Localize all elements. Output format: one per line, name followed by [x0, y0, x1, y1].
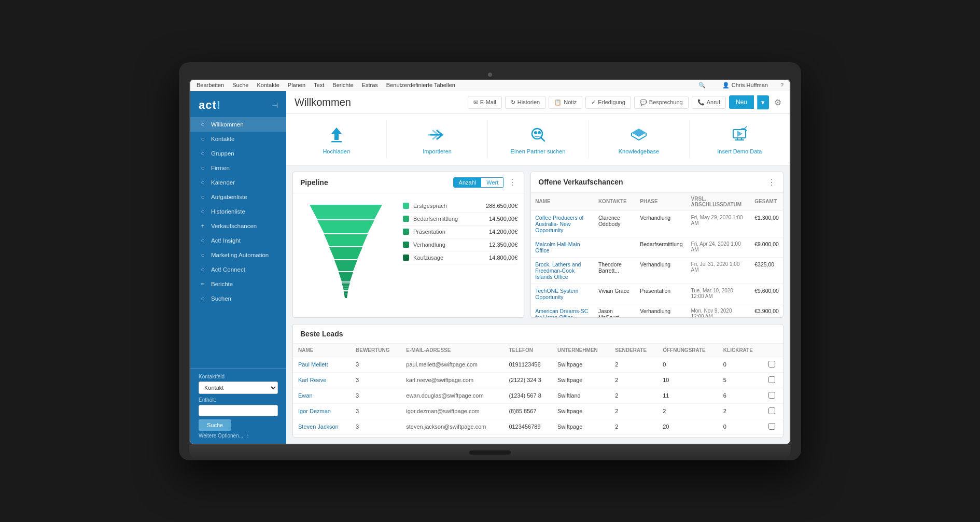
new-button[interactable]: Neu	[729, 95, 754, 109]
leads-cell-click: 5	[718, 372, 764, 388]
sidebar-item-firmen[interactable]: ○ Firmen	[190, 161, 286, 175]
opp-col-total: GESAMT	[750, 193, 783, 211]
help-icon[interactable]: ?	[780, 82, 783, 88]
menu-planen[interactable]: Planen	[288, 82, 305, 88]
leads-cell-checkbox[interactable]	[763, 372, 783, 388]
leads-cell-rating: 3	[351, 403, 401, 419]
sidebar-item-kalender[interactable]: ○ Kalender	[190, 175, 286, 190]
sidebar-item-aufgabenliste[interactable]: ○ Aufgabenliste	[190, 190, 286, 204]
new-dropdown-button[interactable]: ▾	[757, 95, 769, 109]
menu-benutzerdefinierte[interactable]: Benutzerdefinierte Tabellen	[386, 82, 455, 88]
sidebar-item-suchen[interactable]: ○ Suchen	[190, 291, 286, 306]
opp-row[interactable]: Malcolm Hall-Main Office Bedarfsermittlu…	[531, 237, 783, 257]
leads-checkbox[interactable]	[768, 407, 775, 414]
notiz-button[interactable]: 📋 Notiz	[549, 96, 582, 109]
opp-row[interactable]: TechONE System Opportunity Vivian Grace …	[531, 284, 783, 304]
legend-color-kaufzusage	[403, 255, 409, 261]
leads-checkbox[interactable]	[768, 361, 775, 368]
leads-cell-checkbox[interactable]	[763, 403, 783, 419]
leads-checkbox[interactable]	[768, 423, 775, 430]
leads-col-email: E-MAIL-ADRESSE	[401, 344, 503, 357]
leads-cell-checkbox[interactable]	[763, 357, 783, 372]
opp-table: NAME KONTAKTE PHASE Vrsl. Abschlussdatum…	[531, 193, 783, 317]
leads-header: Beste Leads	[293, 325, 783, 344]
menu-kontakte[interactable]: Kontakte	[257, 82, 279, 88]
leads-title: Beste Leads	[300, 330, 343, 338]
pipeline-more-icon[interactable]: ⋮	[508, 177, 516, 187]
opp-row[interactable]: Coffee Producers of Australia- New Oppor…	[531, 210, 783, 237]
sidebar-item-marketing[interactable]: ○ Marketing Automation	[190, 248, 286, 262]
toggle-wert[interactable]: Wert	[481, 178, 503, 187]
leads-row[interactable]: Steven Jackson 3 steven.jackson@swiftpag…	[293, 419, 783, 434]
leads-row[interactable]: Ewan 3 ewan.douglas@swiftpage.com (1234)…	[293, 388, 783, 403]
sidebar-item-historienliste[interactable]: ○ Historienliste	[190, 204, 286, 219]
qa-partner-label: Einen Partner suchen	[511, 148, 566, 154]
nav-icon-aufgabenliste: ○	[199, 193, 207, 201]
opp-cell-total: €9.600,00	[750, 284, 783, 304]
sidebar-item-kontakte[interactable]: ○ Kontakte	[190, 132, 286, 146]
menu-bearbeiten[interactable]: Bearbeiten	[197, 82, 224, 88]
sidebar-contact-select[interactable]: Kontakt	[199, 382, 278, 394]
menu-search-icon[interactable]: 🔍	[698, 82, 706, 89]
leads-cell-email: paul.mellett@swiftpage.com	[401, 357, 503, 372]
leads-cell-email: cam.mortimer@swiftpage.com	[401, 434, 503, 438]
leads-cell-rating: 3	[351, 419, 401, 434]
email-button[interactable]: ✉ E-Mail	[468, 96, 502, 109]
legend-value-prasentation: 14.200,00€	[489, 229, 517, 235]
anruf-button[interactable]: 📞 Anruf	[692, 96, 726, 109]
leads-row[interactable]: Cam Mortimer 3 cam.mortimer@swiftpage.co…	[293, 434, 783, 438]
toggle-anzahl[interactable]: Anzahl	[454, 178, 482, 187]
opp-more-icon[interactable]: ⋮	[767, 177, 776, 187]
content-header: Willkommen ✉ E-Mail ↻ Historien 📋 Notiz	[286, 91, 790, 114]
leads-cell-checkbox[interactable]	[763, 388, 783, 403]
sidebar-search-button[interactable]: Suche	[199, 419, 231, 431]
leads-cell-checkbox[interactable]	[763, 419, 783, 434]
opp-row[interactable]: Brock, Lathers and Freedman-Cook Islands…	[531, 257, 783, 284]
settings-icon[interactable]: ⚙	[774, 97, 781, 107]
qa-hochladen[interactable]: Hochladen	[286, 120, 387, 159]
leads-row[interactable]: Karl Reeve 3 karl.reeve@swiftpage.com (2…	[293, 372, 783, 388]
erledigung-button[interactable]: ✓ Erledigung	[585, 96, 631, 109]
leads-checkbox[interactable]	[768, 392, 775, 399]
menu-extras[interactable]: Extras	[362, 82, 378, 88]
opp-cell-phase: Verhandlung	[636, 304, 687, 317]
qa-knowledge[interactable]: Knowledgebase	[589, 120, 689, 159]
opp-table-scroll[interactable]: NAME KONTAKTE PHASE Vrsl. Abschlussdatum…	[531, 193, 783, 317]
sidebar-item-insight[interactable]: ○ Act! Insight	[190, 233, 286, 248]
historien-button[interactable]: ↻ Historien	[505, 96, 545, 109]
opp-title: Offene Verkaufschancen	[538, 178, 623, 186]
leads-cell-click: 0	[718, 419, 764, 434]
leads-checkbox[interactable]	[768, 376, 775, 383]
legend-color-verhandlung	[403, 242, 409, 248]
sidebar-item-gruppen[interactable]: ○ Gruppen	[190, 146, 286, 161]
leads-cell-send: 2	[610, 357, 657, 372]
leads-cell-checkbox[interactable]	[763, 434, 783, 438]
sidebar-search-input[interactable]	[199, 405, 278, 416]
qa-demo[interactable]: Insert Demo Data	[690, 120, 790, 159]
leads-row[interactable]: Paul Mellett 3 paul.mellett@swiftpage.co…	[293, 357, 783, 372]
qa-importieren[interactable]: Importieren	[387, 120, 487, 159]
sidebar-item-willkommen[interactable]: ○ Willkommen	[190, 117, 286, 132]
menu-text[interactable]: Text	[314, 82, 324, 88]
legend-value-verhandlung: 12.350,00€	[489, 242, 517, 248]
menu-berichte[interactable]: Berichte	[332, 82, 353, 88]
opp-col-phase: PHASE	[636, 193, 687, 211]
qa-partner[interactable]: Einen Partner suchen	[488, 120, 589, 159]
sidebar-more-options[interactable]: Weitere Optionen... ⋮	[199, 433, 278, 439]
pipeline-title: Pipeline	[300, 178, 328, 187]
qa-demo-icon	[729, 124, 750, 145]
leads-section: Beste Leads NAME BEWERTUNG E-MAIL-ADRESS…	[292, 324, 783, 438]
menu-suche[interactable]: Suche	[232, 82, 248, 88]
besprechung-button[interactable]: 💬 Besprechung	[634, 96, 689, 109]
sidebar-collapse-icon[interactable]: ⊣	[272, 101, 278, 109]
sidebar-bottom: Kontaktfeld Kontakt Enthält: Suche Weite…	[190, 368, 286, 444]
sidebar-item-connect[interactable]: ○ Act! Connect	[190, 262, 286, 277]
leads-cell-rating: 3	[351, 434, 401, 438]
leads-row[interactable]: Igor Dezman 3 igor.dezman@swiftpage.com …	[293, 403, 783, 419]
sidebar-item-berichte[interactable]: ≈ Berichte	[190, 277, 286, 291]
quick-actions: Hochladen Importieren Einen Partner such…	[286, 114, 790, 165]
opp-row[interactable]: American Dreams-SC for Home Office Jason…	[531, 304, 783, 317]
qa-importieren-icon	[427, 124, 447, 145]
sidebar-item-verkaufschancen[interactable]: + Verkaufschancen	[190, 219, 286, 233]
opp-cell-date: Fri, Jul 31, 2020 1:00 AM	[687, 257, 751, 284]
